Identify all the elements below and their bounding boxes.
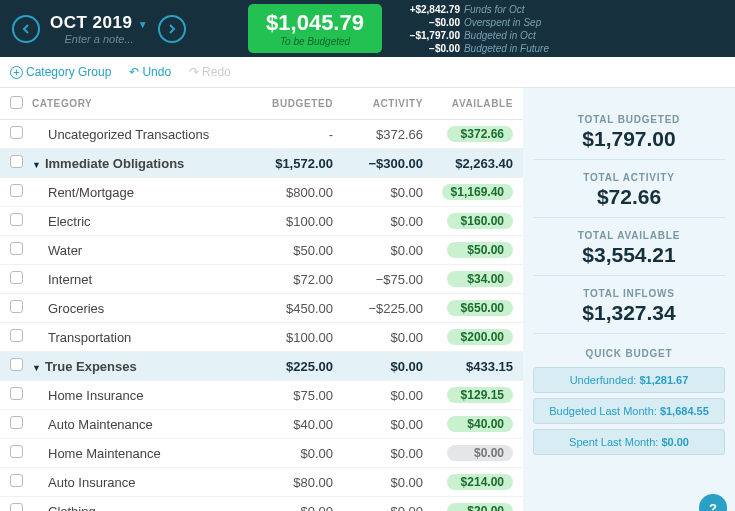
category-row[interactable]: Groceries$450.00−$225.00$650.00 [0, 294, 523, 323]
activity-cell[interactable]: $372.66 [333, 127, 423, 142]
row-checkbox[interactable] [10, 126, 23, 139]
activity-cell[interactable]: $0.00 [333, 388, 423, 403]
category-name[interactable]: Clothing [32, 504, 243, 512]
to-be-budgeted[interactable]: $1,045.79 To be Budgeted [248, 4, 382, 53]
row-checkbox[interactable] [10, 445, 23, 458]
category-row[interactable]: Auto Insurance$80.00$0.00$214.00 [0, 468, 523, 497]
available-cell[interactable]: $650.00 [423, 300, 513, 316]
help-button[interactable]: ? [699, 494, 727, 511]
budgeted-cell[interactable]: $80.00 [243, 475, 333, 490]
total-activity-label: TOTAL ACTIVITY [533, 172, 725, 183]
available-cell[interactable]: $214.00 [423, 474, 513, 490]
category-name[interactable]: Rent/Mortgage [32, 185, 243, 200]
available-cell[interactable]: $1,169.40 [423, 184, 513, 200]
available-cell[interactable]: $34.00 [423, 271, 513, 287]
group-name[interactable]: ▼Immediate Obligations [32, 156, 243, 171]
month-selector[interactable]: OCT 2019 ▼ Enter a note... [50, 13, 148, 45]
category-group-row[interactable]: ▼True Expenses$225.00$0.00$433.15 [0, 352, 523, 381]
budgeted-cell[interactable]: $0.00 [243, 504, 333, 512]
next-month-button[interactable] [158, 15, 186, 43]
note-input[interactable]: Enter a note... [50, 33, 148, 45]
quick-budget-spent-last-month[interactable]: Spent Last Month: $0.00 [533, 429, 725, 455]
budgeted-cell[interactable]: $72.00 [243, 272, 333, 287]
quick-budget-last-month[interactable]: Budgeted Last Month: $1,684.55 [533, 398, 725, 424]
prev-month-button[interactable] [12, 15, 40, 43]
category-row[interactable]: Clothing$0.00$0.00$20.00 [0, 497, 523, 511]
row-checkbox[interactable] [10, 474, 23, 487]
available-cell[interactable]: $129.15 [423, 387, 513, 403]
available-cell[interactable]: $160.00 [423, 213, 513, 229]
redo-button[interactable]: ↷ Redo [189, 65, 231, 79]
add-category-group-button[interactable]: + Category Group [10, 65, 111, 79]
activity-cell[interactable]: $0.00 [333, 475, 423, 490]
col-activity[interactable]: ACTIVITY [333, 98, 423, 109]
available-cell[interactable]: $40.00 [423, 416, 513, 432]
category-row[interactable]: Electric$100.00$0.00$160.00 [0, 207, 523, 236]
available-cell[interactable]: $0.00 [423, 445, 513, 461]
activity-cell[interactable]: $0.00 [333, 214, 423, 229]
row-checkbox[interactable] [10, 416, 23, 429]
budgeted-cell[interactable]: $50.00 [243, 243, 333, 258]
activity-cell[interactable]: $0.00 [333, 185, 423, 200]
activity-cell[interactable]: −$75.00 [333, 272, 423, 287]
group-checkbox[interactable] [10, 358, 23, 371]
caret-down-icon[interactable]: ▼ [32, 160, 41, 170]
category-name[interactable]: Auto Insurance [32, 475, 243, 490]
activity-cell[interactable]: $0.00 [333, 504, 423, 512]
col-budgeted[interactable]: BUDGETED [243, 98, 333, 109]
activity-cell[interactable]: $0.00 [333, 243, 423, 258]
category-name[interactable]: Home Insurance [32, 388, 243, 403]
category-name[interactable]: Transportation [32, 330, 243, 345]
row-checkbox[interactable] [10, 213, 23, 226]
budgeted-cell[interactable]: $0.00 [243, 446, 333, 461]
row-checkbox[interactable] [10, 300, 23, 313]
budgeted-cell[interactable]: $450.00 [243, 301, 333, 316]
budgeted-cell[interactable]: $800.00 [243, 185, 333, 200]
category-name[interactable]: Home Maintenance [32, 446, 243, 461]
budgeted-cell[interactable]: $40.00 [243, 417, 333, 432]
category-row[interactable]: Water$50.00$0.00$50.00 [0, 236, 523, 265]
available-cell[interactable]: $372.66 [423, 126, 513, 142]
available-cell[interactable]: $20.00 [423, 503, 513, 511]
row-checkbox[interactable] [10, 242, 23, 255]
col-category[interactable]: CATEGORY [32, 98, 243, 109]
category-name[interactable]: Uncategorized Transactions [32, 127, 243, 142]
row-checkbox[interactable] [10, 184, 23, 197]
budgeted-cell[interactable]: $75.00 [243, 388, 333, 403]
group-name[interactable]: ▼True Expenses [32, 359, 243, 374]
budgeted-cell[interactable]: $100.00 [243, 330, 333, 345]
budgeted-cell[interactable]: $100.00 [243, 214, 333, 229]
row-checkbox[interactable] [10, 271, 23, 284]
top-header: OCT 2019 ▼ Enter a note... $1,045.79 To … [0, 0, 735, 57]
category-row[interactable]: Internet$72.00−$75.00$34.00 [0, 265, 523, 294]
category-name[interactable]: Internet [32, 272, 243, 287]
caret-down-icon[interactable]: ▼ [32, 363, 41, 373]
select-all-checkbox[interactable] [10, 96, 23, 109]
category-row[interactable]: Rent/Mortgage$800.00$0.00$1,169.40 [0, 178, 523, 207]
category-row[interactable]: Home Maintenance$0.00$0.00$0.00 [0, 439, 523, 468]
undo-button[interactable]: ↶ Undo [129, 65, 171, 79]
category-name[interactable]: Auto Maintenance [32, 417, 243, 432]
group-checkbox[interactable] [10, 155, 23, 168]
category-row[interactable]: Uncategorized Transactions-$372.66$372.6… [0, 120, 523, 149]
activity-cell[interactable]: $0.00 [333, 446, 423, 461]
category-name[interactable]: Water [32, 243, 243, 258]
available-cell[interactable]: $200.00 [423, 329, 513, 345]
category-group-row[interactable]: ▼Immediate Obligations$1,572.00−$300.00$… [0, 149, 523, 178]
activity-cell[interactable]: −$225.00 [333, 301, 423, 316]
row-checkbox[interactable] [10, 387, 23, 400]
col-available[interactable]: AVAILABLE [423, 98, 513, 109]
activity-cell[interactable]: $0.00 [333, 330, 423, 345]
category-row[interactable]: Transportation$100.00$0.00$200.00 [0, 323, 523, 352]
activity-cell[interactable]: $0.00 [333, 417, 423, 432]
plus-icon: + [10, 66, 23, 79]
row-checkbox[interactable] [10, 329, 23, 342]
category-name[interactable]: Electric [32, 214, 243, 229]
quick-budget-underfunded[interactable]: Underfunded: $1,281.67 [533, 367, 725, 393]
category-row[interactable]: Auto Maintenance$40.00$0.00$40.00 [0, 410, 523, 439]
category-name[interactable]: Groceries [32, 301, 243, 316]
available-cell[interactable]: $50.00 [423, 242, 513, 258]
category-row[interactable]: Home Insurance$75.00$0.00$129.15 [0, 381, 523, 410]
row-checkbox[interactable] [10, 503, 23, 511]
budgeted-cell[interactable]: - [243, 127, 333, 142]
